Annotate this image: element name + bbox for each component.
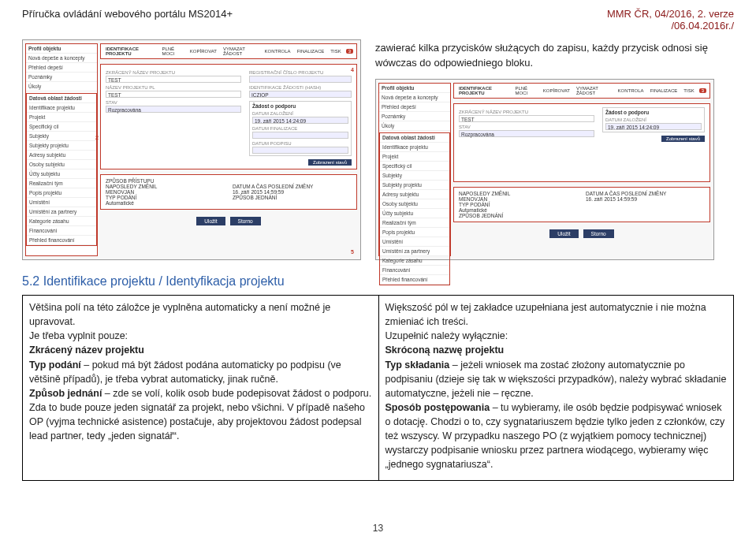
field-label: STAV [459, 125, 594, 129]
field-label: DATUM FINALIZACE [252, 126, 348, 131]
sidebar-item[interactable]: Adresy subjektu [27, 151, 96, 160]
field-label: TYP PODÁNÍ [106, 195, 225, 200]
sidebar-group: Datová oblast žádosti Identifikace proje… [379, 132, 450, 285]
sidebar-item[interactable]: Popis projektu [27, 188, 96, 198]
field-input[interactable]: Automatické [106, 200, 225, 206]
field-label: DATUM PODPISU [252, 141, 348, 146]
sidebar-item[interactable]: Nová depeše a koncepty [26, 54, 97, 63]
zobrazit-stavu-button[interactable]: Zobrazení stavů [661, 136, 705, 142]
callout-5: 5 [351, 249, 354, 255]
sidebar-item[interactable]: Úkoly [26, 82, 97, 91]
top-row: Profil objektu Nová depeše a koncepty Př… [22, 39, 734, 260]
sidebar-item[interactable]: Projekt [27, 113, 96, 122]
field-label: NÁZEV PROJEKTU PL [106, 85, 241, 90]
field-input-test[interactable]: TEST [459, 115, 594, 122]
ulozit-button[interactable]: Uložit [196, 217, 225, 225]
sidebar-item[interactable]: Specifický cíl [380, 162, 449, 171]
sidebar-item[interactable]: Identifikace projektu [27, 103, 96, 113]
box-header: Žádost o podporu [252, 103, 348, 109]
sidebar-item[interactable]: Nová depeše a koncepty [379, 93, 450, 102]
tab-item[interactable]: PLNÉ MOCI [160, 46, 184, 57]
tab-item[interactable]: TISK [682, 88, 695, 94]
sidebar-item[interactable]: Umístění za partnery [27, 207, 96, 217]
storno-button[interactable]: Storno [583, 229, 614, 238]
pl-p4a: Sposób postępowania [385, 402, 490, 413]
tab-item[interactable]: TISK [329, 48, 342, 54]
field-label: REGISTRAČNÍ ČÍSLO PROJEKTU [249, 70, 352, 75]
tab-identifikace[interactable]: IDENTIFIKACE PROJEKTU [457, 85, 510, 96]
tab-item[interactable]: KONTROLA [616, 88, 646, 94]
intro-paragraph: zawierać kilka przycisków służących do z… [375, 39, 714, 71]
pl-p2b: Skróconą nazwę projektu [385, 344, 505, 356]
page-header: Příručka ovládání webového portálu MS201… [22, 8, 734, 32]
field-input-test[interactable]: TEST [106, 76, 241, 83]
tab-item[interactable]: FINALIZACE [649, 88, 680, 94]
field-input-stav: Rozpracována [459, 130, 594, 137]
sidebar-item[interactable]: Účty subjektu [380, 209, 449, 218]
field-label: NAPOSLEDY ZMĚNIL [106, 184, 225, 189]
sidebar-group: Datová oblast žádosti Identifikace proje… [26, 93, 97, 246]
sidebar-item[interactable]: Přehled depeší [26, 63, 97, 73]
sidebar-item[interactable]: Umístění za partnery [380, 247, 449, 256]
box-header: Žádost o podporu [605, 110, 702, 115]
cz-p4a: Způsob jednání [29, 388, 102, 399]
tab-item[interactable]: FINALIZACE [296, 48, 326, 54]
badge-3: 3 [346, 49, 353, 54]
callout-2: 2 [95, 135, 357, 140]
sidebar-item[interactable]: Financování [27, 226, 96, 236]
shot-action-bar: Uložit Storno [100, 214, 357, 228]
header-right-line2: /06.04.2016r./ [607, 20, 734, 32]
sidebar-item[interactable]: Umístění [27, 198, 96, 207]
sidebar-heading: Profil objektu [26, 44, 97, 54]
sidebar-item[interactable]: Subjekty projektu [27, 141, 96, 151]
sidebar-item[interactable]: Kategorie zásahu [380, 256, 449, 266]
sidebar-item[interactable]: Subjekty [27, 132, 96, 141]
sidebar-item[interactable]: Realizační tým [27, 179, 96, 188]
callout-4: 4 [351, 67, 354, 73]
sidebar-item[interactable]: Kategorie zásahu [27, 217, 96, 226]
tab-item[interactable]: KOPÍROVAT [188, 48, 218, 54]
page-number: 13 [0, 523, 756, 534]
sidebar-item[interactable]: Přehled financování [380, 275, 449, 285]
shot-main: IDENTIFIKACE PROJEKTU PLNÉ MOCI KOPÍROVA… [453, 83, 710, 256]
sidebar-item[interactable]: Poznámky [379, 112, 450, 121]
sidebar-item[interactable]: Projekt [380, 152, 449, 162]
sidebar-item[interactable]: Specifický cíl [27, 122, 96, 132]
tab-item[interactable]: VYMAZAT ŽÁDOST [575, 85, 613, 96]
tab-item[interactable]: PLNÉ MOCI [513, 85, 538, 96]
sidebar-item[interactable]: Osoby subjektu [27, 160, 96, 169]
sidebar-item[interactable]: Umístění [380, 237, 449, 247]
tab-item[interactable]: KONTROLA [263, 48, 292, 54]
sidebar-item[interactable]: Popis projektu [380, 228, 449, 237]
sidebar-item[interactable]: Financování [380, 266, 449, 275]
sidebar-item[interactable]: Subjekty [380, 171, 449, 181]
storno-button[interactable]: Storno [230, 217, 261, 225]
field-label: DATUM A ČAS POSLEDNÍ ZMĚNY [586, 191, 705, 196]
pl-p1: Większość pól w tej zakładce uzupełniana… [385, 302, 706, 327]
tab-identifikace[interactable]: IDENTIFIKACE PROJEKTU [104, 46, 157, 57]
right-column: zawierać kilka przycisków służących do z… [375, 39, 725, 260]
shot-below-panel: NAPOSLEDY ZMĚNIL MENOVJAN TYP PODÁNÍ Aut… [453, 187, 710, 222]
field-date: 19. září 2015 14:24:09 [252, 117, 348, 124]
sidebar-item[interactable]: Přehled depeší [379, 102, 450, 112]
zobrazit-stavu-button[interactable]: Zobrazení stavů [308, 159, 352, 166]
tab-item[interactable]: VYMAZAT ŽÁDOST [222, 46, 260, 57]
shot-form-panel: ZKRÁCENÝ NÁZEV PROJEKTU TEST NÁZEV PROJE… [100, 64, 357, 169]
sidebar-item[interactable]: Identifikace projektu [380, 143, 449, 152]
field-label: NAPOSLEDY ZMĚNIL [459, 191, 578, 196]
sidebar-item[interactable]: Poznámky [26, 73, 97, 82]
sidebar-item[interactable]: Účty subjektu [27, 169, 96, 179]
sidebar-item[interactable]: Subjekty projektu [380, 181, 449, 190]
field-input-stav: Rozpracována [106, 106, 241, 113]
sidebar-item[interactable]: Přehled financování [27, 236, 96, 245]
sidebar-group-header: Datová oblast žádosti [380, 133, 449, 143]
sidebar-item[interactable]: Osoby subjektu [380, 199, 449, 209]
sidebar-item[interactable]: Úkoly [379, 121, 450, 131]
sidebar-item[interactable]: Realizační tým [380, 218, 449, 228]
tab-item[interactable]: KOPÍROVAT [542, 88, 572, 94]
ulozit-button[interactable]: Uložit [549, 229, 578, 238]
field-input[interactable]: Automatické [459, 207, 578, 213]
field-input [249, 76, 352, 83]
field-input-test2[interactable]: TEST [106, 91, 241, 98]
sidebar-item[interactable]: Adresy subjektu [380, 190, 449, 199]
